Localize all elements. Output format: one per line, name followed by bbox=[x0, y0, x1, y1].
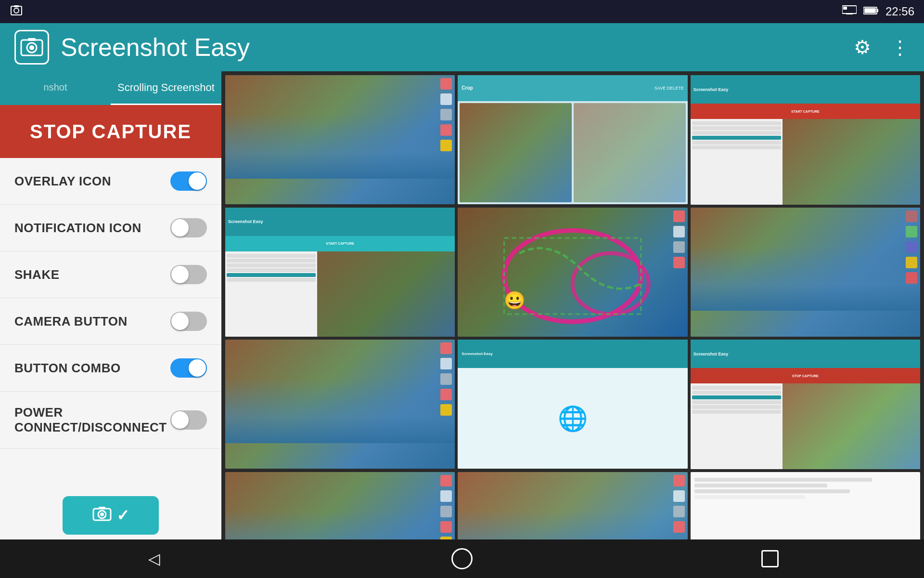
gallery-panel: Crop SAVE DELETE Screenshot Easy bbox=[221, 71, 924, 539]
gallery-item-7[interactable] bbox=[225, 340, 455, 469]
stop-capture-button[interactable]: STOP CAPTURE bbox=[0, 105, 221, 158]
svg-rect-4 bbox=[846, 13, 853, 14]
power-connect-toggle-knob bbox=[171, 411, 189, 429]
svg-point-18 bbox=[573, 253, 649, 314]
shake-toggle[interactable] bbox=[170, 265, 207, 284]
globe-icon: 🌐 bbox=[558, 405, 588, 433]
screenshot-status-icon bbox=[10, 4, 23, 20]
button-combo-toggle-knob bbox=[189, 359, 206, 377]
setting-power-connect: POWER CONNECT/DISCONNECT bbox=[0, 392, 221, 449]
tab-bar: nshot Scrolling Screenshot bbox=[0, 71, 221, 105]
camera-btn-icon bbox=[92, 505, 112, 526]
camera-button-toggle-knob bbox=[171, 313, 189, 330]
nav-recent-button[interactable] bbox=[756, 544, 784, 573]
svg-rect-5 bbox=[843, 7, 847, 10]
overlay-icon-toggle[interactable] bbox=[170, 171, 207, 191]
svg-point-15 bbox=[100, 512, 104, 516]
gallery-item-2[interactable]: Crop SAVE DELETE bbox=[458, 75, 687, 204]
cast-icon bbox=[842, 5, 857, 18]
gallery-item-12[interactable] bbox=[691, 472, 920, 540]
thumb-overlay-icons-1 bbox=[440, 78, 452, 151]
battery-icon bbox=[863, 5, 879, 18]
shake-label: SHAKE bbox=[14, 267, 60, 282]
svg-rect-16 bbox=[99, 507, 105, 509]
camera-save-button[interactable]: ✓ bbox=[63, 496, 159, 535]
setting-button-combo: BUTTON COMBO bbox=[0, 345, 221, 392]
left-panel: nshot Scrolling Screenshot STOP CAPTURE … bbox=[0, 71, 221, 539]
gallery-item-11[interactable] bbox=[458, 472, 687, 540]
camera-button-label: CAMERA BUTTON bbox=[14, 314, 128, 329]
app-logo bbox=[14, 30, 49, 65]
overlay-icon-toggle-knob bbox=[189, 172, 206, 190]
gallery-item-8[interactable]: Screenshot Easy 🌐 bbox=[458, 340, 687, 469]
gallery-item-5[interactable]: 😀 bbox=[458, 208, 687, 337]
power-connect-toggle[interactable] bbox=[170, 410, 207, 430]
more-options-icon[interactable]: ⋮ bbox=[890, 36, 910, 58]
power-connect-label: POWER CONNECT/DISCONNECT bbox=[14, 405, 170, 435]
tab-screenshot[interactable]: nshot bbox=[0, 71, 111, 105]
nav-home-button[interactable] bbox=[448, 544, 476, 573]
app-bar: Screenshot Easy ⚙ ⋮ bbox=[0, 23, 924, 71]
setting-overlay-icon: OVERLAY ICON bbox=[0, 158, 221, 205]
setting-notification-icon: NOTIFICATION ICON bbox=[0, 205, 221, 251]
status-bar: 22:56 bbox=[0, 0, 924, 23]
overlay-icon-label: OVERLAY ICON bbox=[14, 174, 111, 189]
nav-bar: ◁ bbox=[0, 539, 924, 578]
notification-icon-toggle-knob bbox=[171, 219, 189, 236]
gallery-item-6[interactable] bbox=[691, 208, 920, 337]
svg-rect-0 bbox=[11, 6, 22, 15]
notification-icon-toggle[interactable] bbox=[170, 218, 207, 237]
gallery-item-9[interactable]: Screenshot Easy STOP CAPTURE bbox=[691, 340, 920, 469]
settings-list: OVERLAY ICON NOTIFICATION ICON SHAKE CAM… bbox=[0, 158, 221, 491]
main-content: nshot Scrolling Screenshot STOP CAPTURE … bbox=[0, 71, 924, 539]
gallery-item-3[interactable]: Screenshot Easy START CAPTURE bbox=[691, 75, 920, 205]
bottom-camera-area: ✓ bbox=[0, 491, 221, 539]
gallery-grid: Crop SAVE DELETE Screenshot Easy bbox=[223, 73, 922, 539]
svg-point-1 bbox=[14, 8, 19, 13]
button-combo-toggle[interactable] bbox=[170, 358, 207, 378]
status-right-icons: 22:56 bbox=[842, 5, 914, 18]
notification-icon-label: NOTIFICATION ICON bbox=[14, 221, 141, 236]
gallery-item-1[interactable] bbox=[225, 75, 455, 204]
tab-scrolling-screenshot[interactable]: Scrolling Screenshot bbox=[111, 71, 221, 105]
svg-point-11 bbox=[29, 45, 34, 50]
svg-rect-8 bbox=[877, 9, 878, 12]
svg-rect-2 bbox=[14, 5, 19, 7]
status-left-icons bbox=[10, 4, 23, 20]
camera-check-icon: ✓ bbox=[116, 506, 129, 525]
svg-rect-12 bbox=[28, 38, 36, 41]
settings-icon[interactable]: ⚙ bbox=[854, 36, 871, 58]
setting-camera-button: CAMERA BUTTON bbox=[0, 298, 221, 345]
shake-toggle-knob bbox=[171, 266, 189, 283]
camera-button-toggle[interactable] bbox=[170, 312, 207, 331]
time-display: 22:56 bbox=[886, 5, 914, 18]
gallery-item-10[interactable] bbox=[225, 472, 455, 540]
gallery-item-4[interactable]: Screenshot Easy START CAPTURE bbox=[225, 208, 455, 337]
nav-back-button[interactable]: ◁ bbox=[140, 544, 168, 573]
svg-rect-7 bbox=[864, 8, 876, 13]
button-combo-label: BUTTON COMBO bbox=[14, 361, 121, 376]
setting-shake: SHAKE bbox=[0, 251, 221, 298]
app-title: Screenshot Easy bbox=[61, 33, 834, 62]
emoji-icon: 😀 bbox=[504, 290, 526, 311]
